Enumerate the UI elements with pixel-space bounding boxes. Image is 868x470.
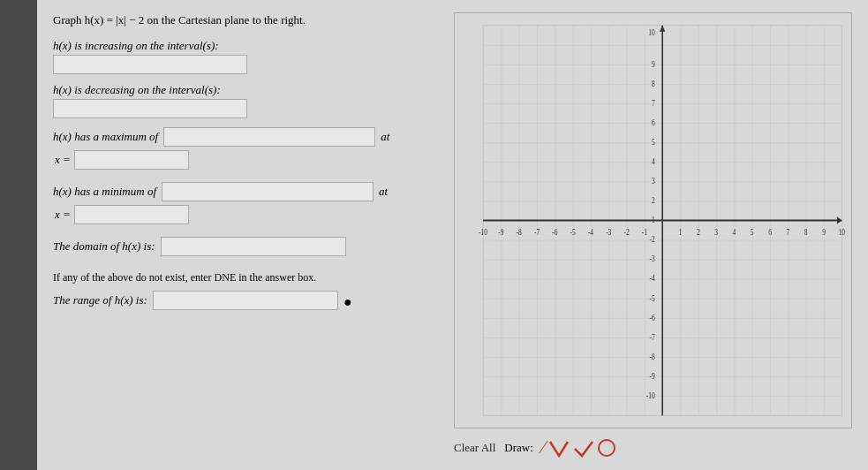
svg-text:-5: -5 — [649, 293, 654, 303]
svg-text:-1: -1 — [642, 227, 647, 237]
left-panel: Graph h(x) = |x| − 2 on the Cartesian pl… — [53, 12, 442, 461]
graph-container[interactable]: -10 -9 -8 -7 -6 -5 -4 -3 -2 -1 1 2 3 4 5… — [454, 12, 852, 428]
svg-text:-8: -8 — [649, 352, 654, 361]
range-label: The range of h(x) is: — [53, 293, 147, 307]
svg-text:1: 1 — [679, 227, 683, 237]
svg-text:1: 1 — [652, 215, 655, 224]
max-label: h(x) has a maximum of — [53, 130, 158, 144]
svg-text:-2: -2 — [623, 227, 629, 237]
increasing-input[interactable] — [53, 55, 247, 74]
svg-text:10: 10 — [839, 227, 845, 237]
range-row: The range of h(x) is: ● — [53, 291, 442, 310]
svg-text:-9: -9 — [649, 371, 654, 381]
svg-text:3: 3 — [652, 176, 655, 186]
clear-all-button[interactable]: Clear All — [454, 441, 495, 455]
problem-title: Graph h(x) = |x| − 2 on the Cartesian pl… — [53, 12, 442, 28]
svg-text:-2: -2 — [649, 234, 654, 244]
domain-label: The domain of h(x) is: — [53, 239, 155, 254]
max-at-label: at — [381, 130, 389, 144]
min-x-input[interactable] — [74, 205, 189, 224]
svg-text:6: 6 — [768, 227, 772, 237]
max-value-row: h(x) has a maximum of at — [53, 127, 442, 147]
svg-text:9: 9 — [652, 59, 655, 69]
svg-text:8: 8 — [652, 79, 655, 88]
svg-text:-10: -10 — [479, 227, 487, 237]
draw-v-icon[interactable] — [548, 438, 570, 458]
svg-text:-4: -4 — [588, 227, 594, 237]
min-at-label: at — [379, 185, 388, 199]
svg-text:-6: -6 — [649, 313, 655, 322]
left-sidebar — [0, 0, 37, 470]
minimum-question: h(x) has a minimum of at x = — [53, 182, 442, 228]
bottom-note: If any of the above do not exist, enter … — [53, 270, 442, 285]
svg-text:3: 3 — [714, 227, 718, 237]
maximum-question: h(x) has a maximum of at x = — [53, 127, 442, 173]
max-x-row: x = — [55, 150, 442, 170]
max-x-label: x = — [55, 153, 71, 167]
graph-svg: -10 -9 -8 -7 -6 -5 -4 -3 -2 -1 1 2 3 4 5… — [455, 13, 851, 428]
bullet-dot: ● — [343, 294, 352, 310]
svg-text:2: 2 — [652, 195, 655, 205]
increasing-question: h(x) is increasing on the interval(s): — [53, 39, 442, 74]
decreasing-input[interactable] — [53, 99, 247, 118]
svg-text:-9: -9 — [498, 227, 503, 237]
decreasing-question: h(x) is decreasing on the interval(s): — [53, 83, 442, 118]
svg-text:6: 6 — [652, 118, 655, 127]
svg-text:5: 5 — [751, 227, 754, 237]
min-value-input[interactable] — [162, 182, 374, 201]
svg-text:-7: -7 — [534, 227, 540, 237]
svg-text:-3: -3 — [606, 227, 611, 237]
svg-text:-4: -4 — [649, 274, 655, 284]
range-input[interactable] — [153, 291, 338, 310]
svg-text:4: 4 — [652, 156, 655, 166]
svg-text:5: 5 — [652, 137, 655, 147]
increasing-label: h(x) is increasing on the interval(s): — [53, 39, 442, 53]
draw-circle-icon[interactable] — [598, 439, 615, 457]
max-x-input[interactable] — [74, 150, 189, 170]
main-content: Graph h(x) = |x| − 2 on the Cartesian pl… — [37, 0, 868, 470]
svg-text:4: 4 — [733, 227, 736, 237]
svg-text:2: 2 — [697, 227, 700, 237]
svg-text:9: 9 — [822, 227, 826, 237]
svg-text:-10: -10 — [646, 390, 655, 400]
max-value-input[interactable] — [163, 127, 375, 147]
svg-text:-3: -3 — [649, 254, 654, 263]
right-panel: -10 -9 -8 -7 -6 -5 -4 -3 -2 -1 1 2 3 4 5… — [454, 12, 852, 461]
svg-text:-8: -8 — [517, 227, 522, 237]
svg-text:8: 8 — [804, 227, 808, 237]
svg-text:-5: -5 — [570, 227, 576, 237]
svg-text:-7: -7 — [649, 332, 655, 342]
decreasing-label: h(x) is decreasing on the interval(s): — [53, 83, 442, 97]
svg-text:7: 7 — [652, 98, 655, 108]
svg-text:-6: -6 — [552, 227, 558, 237]
draw-check-icon[interactable] — [573, 438, 594, 458]
draw-icons: ∕ — [542, 437, 615, 458]
min-label: h(x) has a minimum of — [53, 185, 156, 199]
svg-text:10: 10 — [648, 27, 654, 37]
toolbar: Clear All Draw: ∕ — [454, 434, 852, 461]
domain-row: The domain of h(x) is: — [53, 237, 442, 256]
domain-input[interactable] — [161, 237, 346, 256]
svg-text:7: 7 — [787, 227, 790, 237]
draw-label: Draw: — [504, 441, 533, 455]
min-x-label: x = — [55, 208, 71, 222]
min-value-row: h(x) has a minimum of at — [53, 182, 442, 201]
min-x-row: x = — [55, 205, 442, 224]
draw-line-icon[interactable]: ∕ — [542, 437, 545, 458]
title-text: Graph h(x) = |x| − 2 on the Cartesian pl… — [53, 13, 306, 27]
